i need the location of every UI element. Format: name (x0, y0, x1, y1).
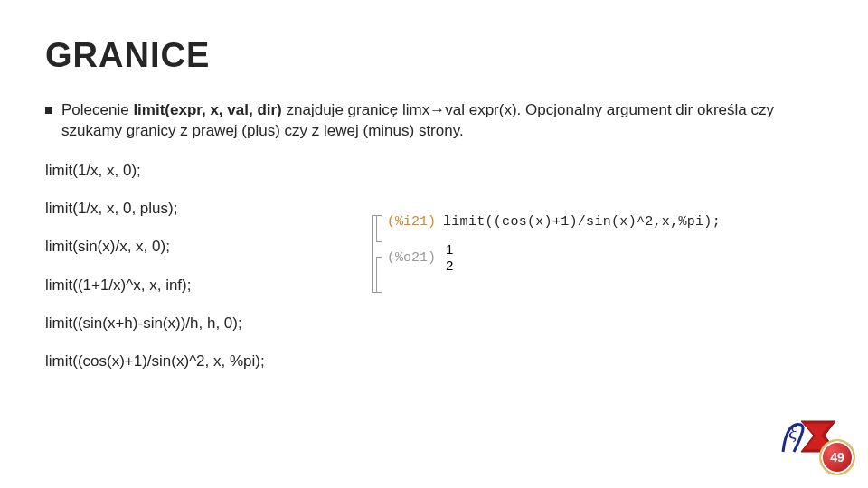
example-1: limit(1/x, x, 0); (45, 156, 823, 185)
frac-num: 1 (443, 242, 456, 258)
maxima-input-row: (%i21) limit((cos(x)+1)/sin(x)^2,x,%pi); (380, 214, 805, 230)
example-5: limit((sin(x+h)-sin(x))/h, h, 0); (45, 309, 823, 338)
bullet-marker (45, 107, 52, 114)
frac-den: 2 (443, 258, 456, 274)
maxima-output-frac: 1 2 (443, 242, 456, 273)
slide-title: GRANICE (45, 36, 823, 75)
bullet-text: Polecenie limit(expr, x, val, dir) znajd… (61, 100, 823, 142)
maxima-output-row: (%o21) 1 2 (380, 242, 805, 273)
example-6: limit((cos(x)+1)/sin(x)^2, x, %pi); (45, 347, 823, 376)
svg-text:ξ: ξ (788, 421, 797, 444)
maxima-input-code: limit((cos(x)+1)/sin(x)^2,x,%pi); (443, 214, 721, 230)
bullet-item: Polecenie limit(expr, x, val, dir) znajd… (45, 100, 823, 142)
bullet-bold: limit(expr, x, val, dir) (133, 101, 281, 118)
maxima-output-label: (%o21) (380, 250, 443, 266)
bullet-pre: Polecenie (61, 101, 133, 118)
maxima-input-label: (%i21) (380, 214, 443, 230)
page-number-badge: 49 (819, 439, 855, 475)
maxima-block: (%i21) limit((cos(x)+1)/sin(x)^2,x,%pi);… (380, 214, 805, 286)
